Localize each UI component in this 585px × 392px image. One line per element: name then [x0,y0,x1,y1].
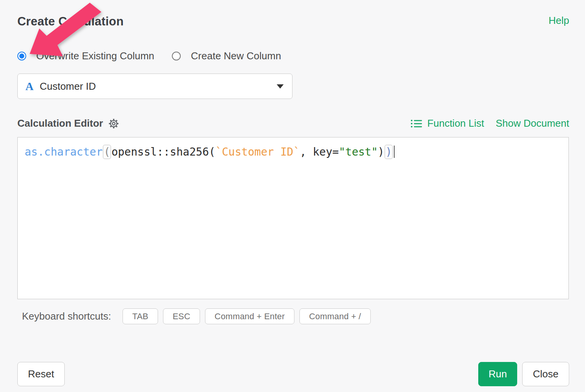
create-calculation-dialog: Create Calculation Help Overwrite Existi… [0,0,585,392]
code-token-plain: , key= [300,146,339,158]
page-title: Create Calculation [17,15,124,28]
gear-icon [108,118,119,129]
code-token-matched-paren-open: ( [103,145,111,159]
editor-settings-button[interactable] [108,118,119,129]
shortcut-key-esc: ESC [163,308,200,324]
code-token-plain: openssl::sha256( [111,146,215,158]
code-line: as.character(openssl::sha256(`Customer I… [25,144,561,160]
calculation-code-editor[interactable]: as.character(openssl::sha256(`Customer I… [17,137,569,299]
radio-selected-icon[interactable] [17,52,26,60]
reset-button[interactable]: Reset [17,362,65,386]
keyboard-shortcuts-row: Keyboard shortcuts: TAB ESC Command + En… [17,308,569,324]
shortcut-key-command-slash: Command + / [299,308,371,324]
show-document-link[interactable]: Show Document [496,117,569,129]
radio-create-new-column[interactable]: Create New Column [172,50,281,62]
keyboard-shortcuts-label: Keyboard shortcuts: [22,310,111,322]
code-token-function: as.character [25,146,103,158]
function-list-label: Function List [427,117,484,129]
close-button[interactable]: Close [522,362,569,386]
shortcut-key-command-enter: Command + Enter [205,308,294,324]
radio-overwrite-existing-column[interactable]: Overwrite Existing Column [17,50,154,62]
code-token-string: "test" [339,146,378,158]
selected-column-value: Customer ID [40,80,277,92]
run-button[interactable]: Run [478,362,517,386]
shortcut-key-tab: TAB [123,308,158,324]
chevron-down-icon [277,84,284,89]
function-list-link[interactable]: Function List [410,117,484,129]
code-token-plain: ) [378,146,384,158]
column-mode-radio-group: Overwrite Existing Column Create New Col… [17,50,569,62]
bullet-list-icon [410,118,423,129]
calculation-editor-label: Calculation Editor [17,117,103,129]
radio-label: Overwrite Existing Column [36,50,154,62]
text-cursor [394,146,395,158]
target-column-dropdown[interactable]: A Customer ID [17,74,292,99]
help-link[interactable]: Help [549,15,569,27]
radio-unselected-icon[interactable] [172,52,181,60]
radio-label: Create New Column [191,50,281,62]
code-token-column-reference: `Customer ID` [215,146,300,158]
character-type-icon: A [25,80,34,93]
code-token-matched-paren-close: ) [385,145,393,159]
